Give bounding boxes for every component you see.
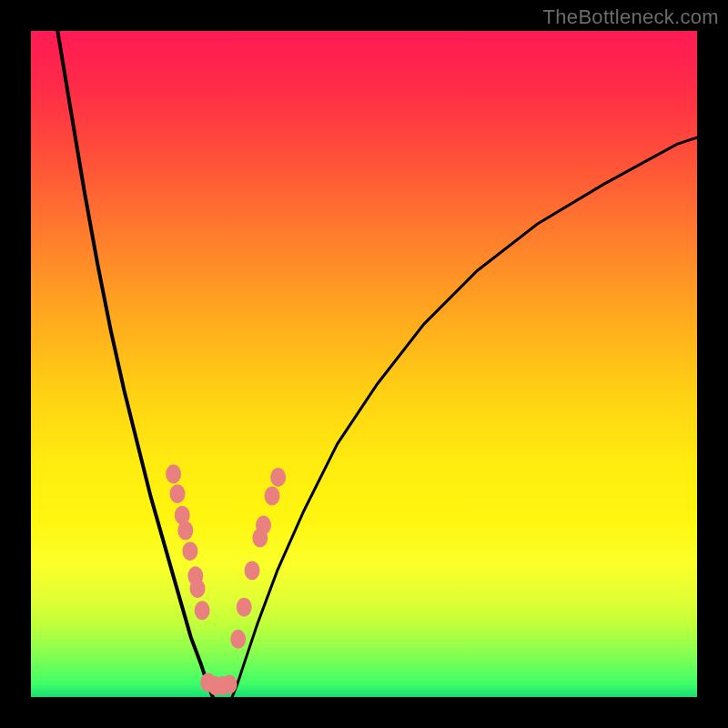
marker-point [222, 675, 238, 694]
marker-point [245, 561, 260, 580]
marker-point [265, 486, 280, 505]
marker-layer [166, 464, 286, 695]
marker-point [170, 484, 186, 503]
chart-svg [31, 31, 697, 697]
marker-point [270, 468, 286, 487]
marker-point [195, 601, 210, 620]
marker-point [182, 541, 197, 561]
curve-left-curve [57, 31, 213, 697]
marker-point [256, 516, 271, 535]
curve-right-curve [232, 137, 697, 697]
watermark-text: TheBottleneck.com [543, 5, 719, 29]
marker-point [190, 579, 206, 598]
marker-point [237, 598, 252, 617]
curve-layer [57, 31, 697, 697]
marker-point [166, 464, 181, 483]
chart-plot-area [31, 31, 697, 697]
marker-point [230, 630, 246, 649]
marker-point [177, 521, 193, 541]
